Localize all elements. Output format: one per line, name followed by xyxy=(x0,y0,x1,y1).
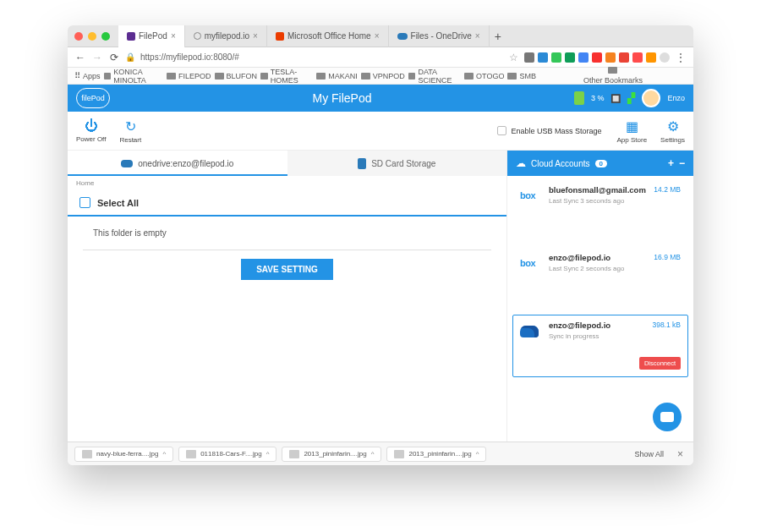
tab-sdcard-label: SD Card Storage xyxy=(371,159,435,168)
sdcard-icon xyxy=(358,158,366,169)
extension-icon[interactable] xyxy=(524,52,534,63)
avatar[interactable] xyxy=(642,89,660,107)
chevron-up-icon[interactable]: ^ xyxy=(476,450,479,458)
folder-icon xyxy=(464,73,474,80)
bookmark-label: FILEPOD xyxy=(178,72,211,80)
back-icon[interactable]: ← xyxy=(74,52,86,63)
new-tab-button[interactable]: + xyxy=(490,30,506,43)
extension-icon[interactable] xyxy=(646,52,656,63)
restart-button[interactable]: ↻ Restart xyxy=(119,118,141,144)
account-sync-status: Sync in progress xyxy=(549,332,681,340)
download-item[interactable]: 2013_pininfarin....jpg^ xyxy=(282,447,381,462)
download-filename: 011818-Cars-F....jpg xyxy=(200,450,261,458)
bookmark-label: OTOGO xyxy=(476,72,504,80)
bookmark-folder[interactable]: OTOGO xyxy=(464,72,504,80)
extension-icon[interactable] xyxy=(565,52,575,63)
account-card[interactable]: box bluefonsmall@gmail.com Last Sync 3 s… xyxy=(512,179,688,242)
menu-icon[interactable]: ⋮ xyxy=(675,52,687,63)
window-titlebar: FilePod × myfilepod.io × Microsoft Offic… xyxy=(68,25,693,47)
extensions-row xyxy=(524,52,670,63)
folder-icon xyxy=(167,73,176,80)
cloud-accounts-header: ☁ Cloud Accounts 0 + − xyxy=(507,151,693,176)
sdcard-icon[interactable] xyxy=(574,91,584,105)
bookmark-folder[interactable]: KONICA MINOLTA xyxy=(104,68,164,85)
browser-tab[interactable]: Files - OneDrive × xyxy=(389,25,490,47)
enable-usb-checkbox[interactable]: Enable USB Mass Storage xyxy=(497,126,601,135)
disconnect-button[interactable]: Disconnect xyxy=(639,357,681,370)
chevron-up-icon[interactable]: ^ xyxy=(162,450,166,458)
forward-icon[interactable]: → xyxy=(91,52,103,63)
browser-tab[interactable]: myfilepod.io × xyxy=(185,25,267,47)
remove-account-button[interactable]: − xyxy=(679,157,685,169)
tab-onedrive-label: onedrive:enzo@filepod.io xyxy=(138,159,233,168)
close-tab-icon[interactable]: × xyxy=(475,31,480,41)
lock-icon[interactable]: 🔒 xyxy=(125,52,135,62)
bookmark-label: VPNPOD xyxy=(373,72,405,80)
account-card[interactable]: enzo@filepod.io Sync in progress 398.1 k… xyxy=(512,315,688,377)
show-all-downloads-button[interactable]: Show All xyxy=(629,448,669,460)
extension-icon[interactable] xyxy=(551,52,561,63)
maximize-window-icon[interactable] xyxy=(101,32,110,41)
folder-icon xyxy=(608,67,617,74)
chat-widget-button[interactable] xyxy=(653,403,682,431)
extension-icon[interactable] xyxy=(605,52,616,63)
bookmark-label: TESLA-HOMES xyxy=(271,68,314,85)
select-all-row[interactable]: Select All xyxy=(68,190,506,217)
extension-icon[interactable] xyxy=(619,52,629,63)
url-text[interactable]: https://myfilepod.io:8080/# xyxy=(140,52,502,62)
add-account-button[interactable]: + xyxy=(668,157,674,169)
power-off-button[interactable]: ⏻ Power Off xyxy=(76,118,106,143)
extension-icon[interactable] xyxy=(578,52,589,63)
favicon-icon xyxy=(276,32,284,41)
other-bookmarks[interactable]: Other Bookmarks xyxy=(539,67,687,85)
bookmark-folder[interactable]: DATA SCIENCE xyxy=(408,68,461,85)
extension-icon[interactable] xyxy=(538,52,548,63)
bookmark-folder[interactable]: SMB xyxy=(507,72,536,80)
save-setting-button[interactable]: SAVE SETTING xyxy=(241,259,333,280)
close-tab-icon[interactable]: × xyxy=(171,31,176,41)
extension-icon[interactable] xyxy=(592,52,602,63)
account-size: 398.1 kB xyxy=(652,321,681,329)
close-window-icon[interactable] xyxy=(74,32,83,41)
empty-folder-message: This folder is empty xyxy=(68,217,506,250)
close-tab-icon[interactable]: × xyxy=(253,31,258,41)
bookmark-folder[interactable]: TESLA-HOMES xyxy=(260,68,313,85)
onedrive-icon xyxy=(121,160,133,167)
account-card[interactable]: box enzo@filepod.io Last Sync 2 seconds … xyxy=(512,247,688,310)
bookmark-folder[interactable]: BLUFON xyxy=(215,72,258,80)
close-tab-icon[interactable]: × xyxy=(375,31,380,41)
browser-tab[interactable]: FilePod × xyxy=(118,25,185,47)
browser-tab[interactable]: Microsoft Office Home × xyxy=(267,25,389,47)
extension-icon[interactable] xyxy=(632,52,643,63)
bookmark-folder[interactable]: VPNPOD xyxy=(361,72,405,80)
minimize-window-icon[interactable] xyxy=(88,32,96,41)
reload-icon[interactable]: ⟳ xyxy=(108,52,120,63)
download-item[interactable]: 2013_pininfarin....jpg^ xyxy=(386,447,486,462)
bookmark-label: MAKANI xyxy=(328,72,358,80)
chrome-window: FilePod × myfilepod.io × Microsoft Offic… xyxy=(68,25,693,465)
chevron-up-icon[interactable]: ^ xyxy=(266,450,270,458)
star-icon[interactable]: ☆ xyxy=(507,52,519,63)
download-filename: 2013_pininfarin....jpg xyxy=(304,450,366,458)
bookmark-folder[interactable]: MAKANI xyxy=(316,72,358,80)
profile-avatar-icon[interactable] xyxy=(660,52,670,63)
select-all-checkbox[interactable] xyxy=(79,197,90,208)
wifi-icon[interactable]: ▞ xyxy=(627,92,635,104)
header-right: 3 % 🔲 ▞ Enzo xyxy=(574,89,685,107)
provider-icon: box xyxy=(520,253,542,304)
chevron-up-icon[interactable]: ^ xyxy=(371,450,375,458)
account-sync-status: Last Sync 2 seconds ago xyxy=(549,265,681,272)
app-store-button[interactable]: ▦ App Store xyxy=(617,118,648,144)
close-downloads-bar-button[interactable]: × xyxy=(674,448,687,460)
bookmark-label: DATA SCIENCE xyxy=(418,68,461,85)
tab-label: Files - OneDrive xyxy=(411,31,472,41)
download-item[interactable]: 011818-Cars-F....jpg^ xyxy=(178,447,276,462)
settings-button[interactable]: ⚙ Settings xyxy=(660,118,685,144)
download-item[interactable]: navy-blue-ferra....jpg^ xyxy=(74,447,173,462)
bookmark-folder[interactable]: FILEPOD xyxy=(167,72,211,80)
breadcrumb[interactable]: Home xyxy=(68,176,506,190)
tab-sdcard[interactable]: SD Card Storage xyxy=(287,151,507,176)
tab-onedrive[interactable]: onedrive:enzo@filepod.io xyxy=(68,151,287,176)
app-logo[interactable]: filePod xyxy=(76,88,110,108)
apps-button[interactable]: ⠿Apps xyxy=(74,71,101,80)
